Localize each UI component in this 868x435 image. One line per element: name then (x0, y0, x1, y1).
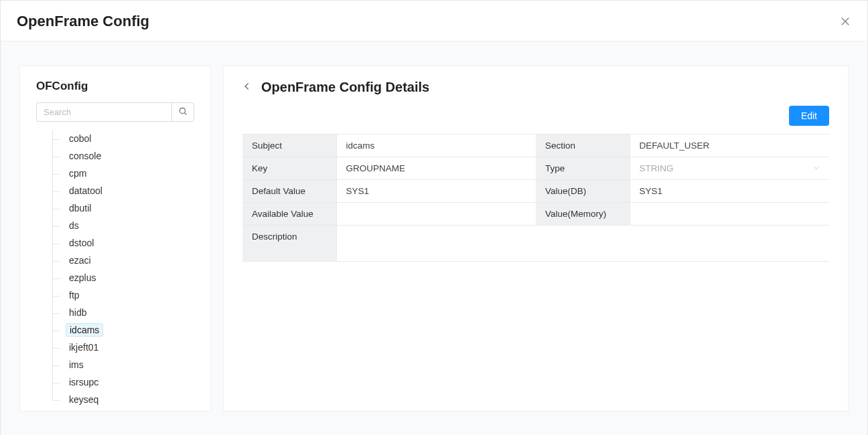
sidebar-item-keyseq[interactable]: keyseq (52, 391, 194, 408)
field-value-value-memory (630, 203, 829, 226)
svg-point-2 (179, 108, 185, 113)
sidebar-item-ikjeft01[interactable]: ikjeft01 (52, 339, 194, 356)
field-label-description: Description (242, 226, 336, 262)
field-label-type: Type (536, 157, 630, 180)
field-label-section: Section (536, 135, 630, 157)
sidebar-item-ftp[interactable]: ftp (52, 286, 194, 304)
field-value-available-value (336, 203, 536, 226)
back-button[interactable] (242, 82, 252, 93)
sidebar-item-datatool[interactable]: datatool (52, 182, 194, 199)
field-value-type[interactable]: STRING (630, 157, 829, 180)
field-label-key: Key (242, 157, 336, 180)
edit-button[interactable]: Edit (789, 106, 829, 126)
sidebar-item-hidb[interactable]: hidb (52, 304, 194, 321)
sidebar: OFConfig cobolconsolecpmdatatooldbutilds… (19, 66, 211, 412)
field-label-subject: Subject (242, 135, 336, 157)
sidebar-item-isrsupc[interactable]: isrsupc (52, 373, 194, 391)
chevron-left-icon (242, 82, 252, 93)
sidebar-item-label: console (66, 150, 104, 162)
page-title: OpenFrame Config Details (261, 80, 429, 95)
table-row: Available Value Value(Memory) (242, 203, 829, 226)
sidebar-item-label: dbutil (66, 202, 94, 214)
sidebar-tree: cobolconsolecpmdatatooldbutildsdstooleza… (52, 130, 194, 408)
svg-line-3 (185, 113, 187, 115)
modal-header: OpenFrame Config (1, 1, 867, 41)
sidebar-item-console[interactable]: console (52, 147, 194, 165)
search-wrap (36, 102, 194, 122)
sidebar-item-ds[interactable]: ds (52, 217, 194, 234)
workspace: OFConfig cobolconsolecpmdatatooldbutilds… (1, 41, 867, 435)
field-label-value-memory: Value(Memory) (536, 203, 630, 226)
sidebar-item-label: datatool (66, 185, 106, 197)
type-value-text: STRING (640, 163, 674, 173)
chevron-down-icon (813, 163, 820, 173)
sidebar-item-label: idcams (66, 323, 103, 337)
close-icon[interactable] (839, 15, 851, 27)
search-input[interactable] (36, 102, 171, 122)
sidebar-item-label: ds (66, 220, 82, 232)
field-label-value-db: Value(DB) (536, 180, 630, 203)
sidebar-item-label: ezplus (66, 272, 99, 284)
table-row: Default Value SYS1 Value(DB) SYS1 (242, 180, 829, 203)
sidebar-item-label: ezaci (66, 254, 94, 266)
sidebar-item-ezplus[interactable]: ezplus (52, 269, 194, 286)
field-value-section: DEFAULT_USER (630, 135, 829, 157)
main-header: OpenFrame Config Details (242, 80, 829, 95)
sidebar-item-label: keyseq (66, 394, 102, 406)
search-button[interactable] (171, 102, 194, 122)
details-table: Subject idcams Section DEFAULT_USER Key … (242, 134, 829, 262)
field-label-default-value: Default Value (242, 180, 336, 203)
sidebar-item-cobol[interactable]: cobol (52, 130, 194, 147)
field-value-description (336, 226, 829, 262)
sidebar-item-label: isrsupc (66, 376, 102, 388)
sidebar-item-label: cpm (66, 167, 90, 179)
sidebar-item-label: dstool (66, 237, 97, 249)
table-row: Subject idcams Section DEFAULT_USER (242, 135, 829, 157)
action-row: Edit (242, 106, 829, 126)
modal-title: OpenFrame Config (17, 13, 149, 30)
field-value-default-value: SYS1 (336, 180, 536, 203)
sidebar-item-label: cobol (66, 133, 94, 145)
sidebar-item-label: ikjeft01 (66, 341, 102, 353)
table-row: Key GROUPNAME Type STRING (242, 157, 829, 180)
sidebar-item-dstool[interactable]: dstool (52, 234, 194, 252)
sidebar-item-label: ims (66, 359, 87, 371)
sidebar-item-label: hidb (66, 307, 90, 319)
search-icon (178, 106, 188, 118)
sidebar-item-ims[interactable]: ims (52, 356, 194, 373)
sidebar-item-label: ftp (66, 289, 83, 301)
field-label-available-value: Available Value (242, 203, 336, 226)
sidebar-item-cpm[interactable]: cpm (52, 165, 194, 182)
field-value-value-db: SYS1 (630, 180, 829, 203)
field-value-key: GROUPNAME (336, 157, 536, 180)
sidebar-item-dbutil[interactable]: dbutil (52, 199, 194, 217)
field-value-subject: idcams (336, 135, 536, 157)
sidebar-item-ezaci[interactable]: ezaci (52, 252, 194, 269)
sidebar-title: OFConfig (36, 80, 194, 93)
table-row: Description (242, 226, 829, 262)
main-panel: OpenFrame Config Details Edit Subject id… (223, 66, 849, 412)
sidebar-item-idcams[interactable]: idcams (52, 321, 194, 339)
